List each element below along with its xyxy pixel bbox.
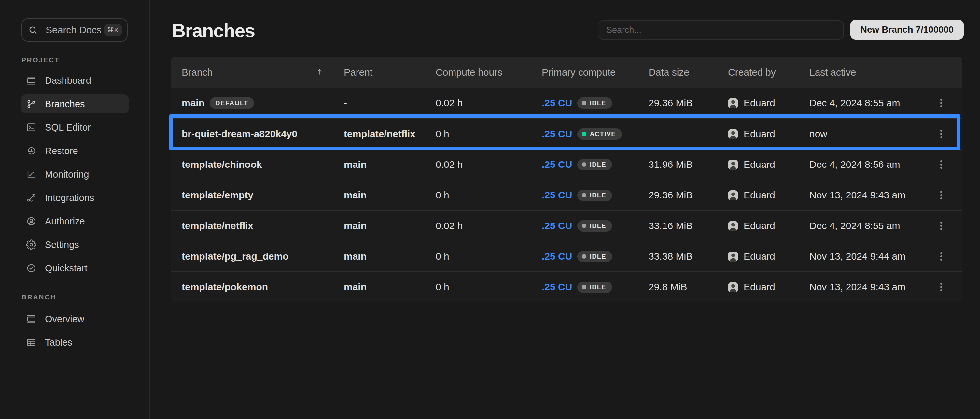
row-actions-kebab-icon[interactable] [935, 187, 948, 204]
branch-name: template/netflix [182, 220, 253, 231]
compute-size-link[interactable]: .25 CU [542, 220, 572, 231]
sidebar-item-label: Tables [45, 337, 72, 348]
status-dot-icon [582, 285, 586, 289]
branches-search-input[interactable] [598, 20, 844, 40]
table-row-template-chinook[interactable]: template/chinook main 0.02 h .25 CU IDLE… [171, 149, 963, 180]
row-actions-kebab-icon[interactable] [935, 248, 948, 265]
page-title: Branches [172, 19, 255, 42]
parent-cell: - [344, 97, 436, 108]
status-dot-icon [582, 193, 586, 198]
sidebar-item-branches[interactable]: Branches [21, 94, 129, 113]
table-row-main[interactable]: main DEFAULT - 0.02 h .25 CU IDLE 29.36 … [171, 88, 963, 118]
branches-icon [26, 99, 37, 109]
parent-cell: template/netflix [344, 128, 436, 139]
column-header-compute-hours[interactable]: Compute hours [436, 67, 542, 78]
avatar [728, 160, 738, 170]
overview-icon [26, 314, 37, 324]
sidebar-item-sql-editor[interactable]: SQL Editor [21, 118, 129, 137]
avatar [728, 190, 738, 201]
parent-cell: main [344, 220, 436, 231]
status-badge: ACTIVE [577, 128, 622, 140]
status-dot-icon [582, 132, 586, 136]
last-active-cell: now [810, 128, 920, 139]
row-actions-kebab-icon[interactable] [935, 279, 948, 296]
compute-size-link[interactable]: .25 CU [542, 251, 572, 262]
branch-name: main [182, 97, 204, 108]
compute-hours-cell: 0.02 h [436, 159, 542, 170]
column-header-parent[interactable]: Parent [344, 67, 436, 78]
status-badge: IDLE [577, 97, 612, 109]
row-actions-kebab-icon[interactable] [935, 156, 948, 173]
parent-cell: main [344, 251, 436, 262]
column-header-primary-compute[interactable]: Primary compute [542, 67, 649, 78]
status-dot-icon [582, 162, 586, 167]
search-icon [28, 25, 38, 35]
row-actions-kebab-icon[interactable] [935, 95, 948, 112]
table-row-template-pokemon[interactable]: template/pokemon main 0 h .25 CU IDLE 29… [171, 271, 963, 302]
compute-size-link[interactable]: .25 CU [542, 190, 572, 201]
table-row-br-quiet-dream[interactable]: br-quiet-dream-a820k4y0 template/netflix… [171, 118, 963, 149]
sql-editor-icon [26, 122, 37, 132]
sidebar-item-label: Overview [45, 314, 84, 325]
compute-size-link[interactable]: .25 CU [542, 97, 572, 108]
avatar [728, 221, 738, 231]
branches-table: Branch Parent Compute hours Primary comp… [171, 57, 963, 302]
last-active-cell: Nov 13, 2024 9:43 am [810, 190, 920, 201]
sidebar-item-label: Settings [45, 239, 79, 250]
status-badge: IDLE [577, 282, 612, 293]
table-row-template-pg-rag-demo[interactable]: template/pg_rag_demo main 0 h .25 CU IDL… [171, 241, 963, 271]
sidebar-nav-project: Dashboard Branches SQL Editor Restore Mo… [21, 71, 129, 282]
monitoring-icon [26, 169, 37, 180]
sidebar-item-authorize[interactable]: Authorize [21, 212, 129, 231]
compute-hours-cell: 0 h [436, 282, 542, 293]
table-header-row: Branch Parent Compute hours Primary comp… [171, 57, 963, 88]
sidebar-item-dashboard[interactable]: Dashboard [21, 71, 129, 90]
status-dot-icon [582, 101, 586, 105]
dashboard-icon [26, 75, 37, 86]
column-header-branch[interactable]: Branch [182, 67, 344, 78]
branch-name: template/pg_rag_demo [182, 251, 288, 262]
column-header-last-active[interactable]: Last active [810, 67, 920, 78]
search-docs-button[interactable]: Search Docs ⌘K [21, 18, 127, 42]
last-active-cell: Nov 13, 2024 9:43 am [810, 282, 920, 293]
sidebar-item-restore[interactable]: Restore [21, 142, 129, 160]
compute-hours-cell: 0 h [436, 128, 542, 139]
status-dot-icon [582, 223, 586, 228]
last-active-cell: Dec 4, 2024 8:55 am [810, 97, 920, 108]
compute-size-link[interactable]: .25 CU [542, 282, 572, 293]
created-by-name: Eduard [744, 128, 775, 139]
sidebar-item-settings[interactable]: Settings [21, 235, 129, 254]
row-actions-kebab-icon[interactable] [935, 126, 948, 142]
parent-cell: main [344, 190, 436, 201]
parent-cell: main [344, 159, 436, 170]
data-size-cell: 29.8 MiB [649, 282, 728, 293]
avatar [728, 129, 738, 139]
sidebar-item-label: Dashboard [45, 75, 91, 86]
avatar [728, 282, 738, 292]
compute-hours-cell: 0 h [436, 190, 542, 201]
column-header-data-size[interactable]: Data size [649, 67, 728, 78]
settings-icon [26, 239, 37, 250]
sidebar-item-label: SQL Editor [45, 122, 91, 133]
compute-size-link[interactable]: .25 CU [542, 159, 572, 170]
table-row-template-empty[interactable]: template/empty main 0 h .25 CU IDLE 29.3… [171, 180, 963, 210]
sidebar-item-overview[interactable]: Overview [21, 309, 129, 328]
column-header-created-by[interactable]: Created by [728, 67, 810, 78]
table-row-template-netflix[interactable]: template/netflix main 0.02 h .25 CU IDLE… [171, 210, 963, 241]
sidebar-item-tables[interactable]: Tables [21, 333, 129, 352]
sidebar-item-quickstart[interactable]: Quickstart [21, 259, 129, 277]
created-by-name: Eduard [744, 251, 775, 262]
data-size-cell: 33.38 MiB [649, 251, 728, 262]
new-branch-button[interactable]: New Branch 7/100000 [850, 19, 964, 40]
data-size-cell: 33.16 MiB [649, 220, 728, 231]
compute-size-link[interactable]: .25 CU [542, 128, 572, 139]
sidebar-item-monitoring[interactable]: Monitoring [21, 165, 129, 184]
search-docs-label: Search Docs [46, 24, 102, 35]
data-size-cell: 29.36 MiB [649, 97, 728, 108]
avatar [728, 98, 738, 108]
sidebar-item-integrations[interactable]: Integrations [21, 188, 129, 207]
status-badge: IDLE [577, 159, 612, 170]
row-actions-kebab-icon[interactable] [935, 218, 948, 234]
status-dot-icon [582, 254, 586, 259]
created-by-name: Eduard [744, 159, 775, 170]
